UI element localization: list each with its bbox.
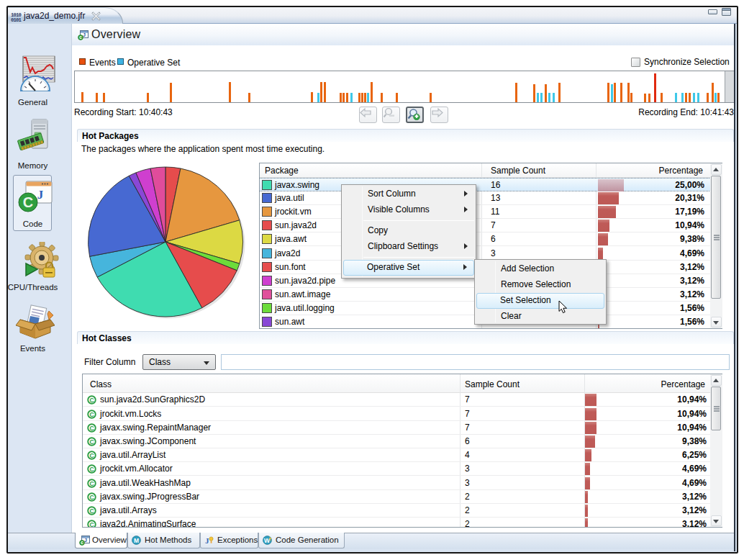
svg-text:C: C xyxy=(89,507,94,515)
svg-text:M: M xyxy=(134,537,139,544)
svg-text:J: J xyxy=(37,188,44,202)
svg-text:0101: 0101 xyxy=(11,17,22,22)
svg-text:C: C xyxy=(89,452,94,459)
svg-text:C: C xyxy=(89,438,94,446)
svg-text:C: C xyxy=(89,521,94,528)
svg-text:c: c xyxy=(81,540,83,545)
svg-text:W: W xyxy=(264,537,271,544)
svg-text:C: C xyxy=(89,411,94,418)
svg-text:C: C xyxy=(89,480,94,487)
svg-text:C: C xyxy=(23,194,33,210)
svg-text:C: C xyxy=(89,425,94,432)
svg-text:C: C xyxy=(89,397,94,404)
svg-text:C: C xyxy=(89,494,94,501)
svg-text:J: J xyxy=(83,32,86,37)
svg-text:J: J xyxy=(84,538,87,543)
svg-text:C: C xyxy=(89,466,94,473)
svg-text:c: c xyxy=(79,35,82,40)
svg-text:J: J xyxy=(205,536,209,545)
